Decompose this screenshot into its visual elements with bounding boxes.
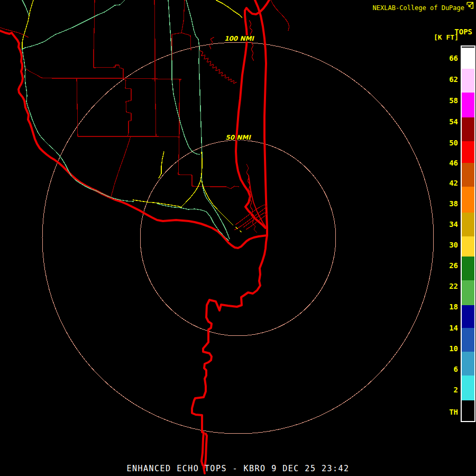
county-lines-segment (181, 33, 191, 50)
scale-band-58 (462, 93, 474, 117)
scale-units-label: [K FT] (434, 33, 459, 41)
scale-band-54 (462, 117, 474, 141)
radar-display: 100 NMI50 NMI NEXLAB-College of DuPage T… (0, 0, 476, 476)
range-ring-100-nmi (42, 42, 434, 434)
product-caption: ENHANCED ECHO TOPS - KBRO 9 DEC 25 23:42 (126, 464, 349, 473)
roads-green-segment (186, 0, 230, 239)
radar-map: 100 NMI50 NMI (0, 0, 476, 476)
range-ring-label-100-nmi: 100 NMI (224, 35, 254, 42)
county-lines-segment (24, 68, 181, 79)
county-lines-segment (123, 78, 131, 136)
shore-detail-segment (199, 50, 237, 84)
roads-green-segment (22, 0, 125, 49)
range-rings (42, 42, 434, 434)
county-lines-segment (78, 136, 180, 137)
scale-band-18 (462, 328, 474, 352)
roads-yellow-main-segment (216, 0, 242, 17)
scale-band-2 (462, 400, 474, 421)
county-lines (24, 0, 239, 199)
scale-tick-label-10: 10 (449, 344, 458, 353)
scale-band-14 (462, 352, 474, 376)
roads-yellow-main-segment (159, 152, 164, 178)
scale-tick-label-34: 34 (449, 220, 458, 228)
scale-tick-label-18: 18 (449, 303, 458, 311)
county-lines-segment (77, 78, 78, 136)
scale-tick-label-62: 62 (449, 75, 458, 84)
scale-tick-label-14: 14 (449, 324, 458, 332)
scale-band-34 (462, 236, 474, 257)
scale-tick-label-6: 6 (454, 365, 458, 373)
scale-band-62 (462, 69, 474, 93)
roads-green-segment (22, 0, 29, 16)
scale-tick-label-30: 30 (449, 241, 458, 249)
scale-band-50 (462, 141, 474, 163)
scale-band-46 (462, 163, 474, 187)
scale-band-22 (462, 305, 474, 328)
county-lines-segment (172, 0, 185, 79)
scale-tick-label-50: 50 (449, 139, 458, 147)
scale-tick-label-22: 22 (449, 282, 458, 290)
county-lines-segment (94, 65, 123, 78)
color-scale-bar (461, 45, 475, 422)
scale-tick-label-58: 58 (449, 96, 458, 105)
scale-threshold-label: TH (449, 408, 458, 416)
scale-band-10 (462, 376, 474, 400)
scale-tick-label-42: 42 (449, 179, 458, 187)
scale-tick-label-2: 2 (454, 386, 458, 394)
county-lines-segment (111, 136, 131, 199)
scale-tick-label-54: 54 (449, 117, 458, 126)
shore-detail-segment (271, 0, 289, 31)
scale-band-30 (462, 257, 474, 280)
scale-band-26 (462, 280, 474, 305)
scale-band-66 (462, 48, 474, 69)
popout-icon (466, 2, 474, 10)
brand-text: NEXLAB-College of DuPage (373, 4, 464, 12)
scale-tick-label-46: 46 (449, 159, 458, 167)
scale-tick-label-38: 38 (449, 199, 458, 208)
shore-detail-segment (209, 37, 214, 49)
scale-band-38 (462, 213, 474, 236)
map-overlays (0, 0, 289, 473)
county-lines-segment (94, 0, 95, 68)
roads-yellow-main-segment (22, 0, 33, 48)
range-ring-label-50-nmi: 50 NMI (225, 134, 251, 141)
scale-tick-label-66: 66 (449, 54, 458, 62)
scale-tick-label-26: 26 (449, 261, 458, 270)
range-ring-labels: 100 NMI50 NMI (224, 35, 254, 141)
roads-yellow-main-segment (240, 231, 242, 232)
scale-band-42 (462, 187, 474, 213)
shore-detail-segment (246, 164, 257, 233)
roads-green-segment (168, 0, 199, 154)
coastline-thick-segment (255, 0, 267, 235)
county-lines-segment (154, 0, 156, 136)
